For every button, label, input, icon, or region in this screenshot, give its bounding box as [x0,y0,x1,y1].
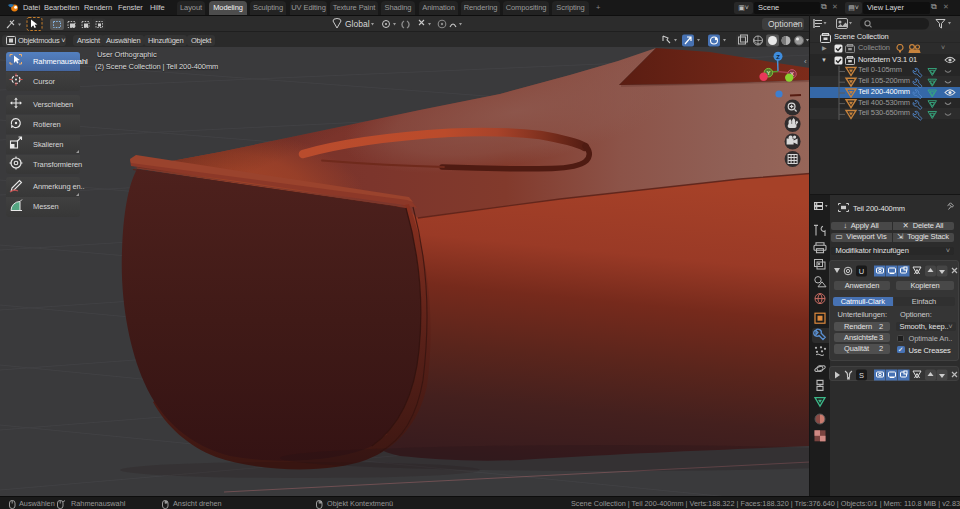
svg-text:S: S [859,371,864,380]
svg-text:Global: Global [345,19,370,29]
svg-text:U: U [859,267,864,276]
svg-text:Z: Z [776,54,780,60]
svg-text:‹: ‹ [804,57,807,66]
